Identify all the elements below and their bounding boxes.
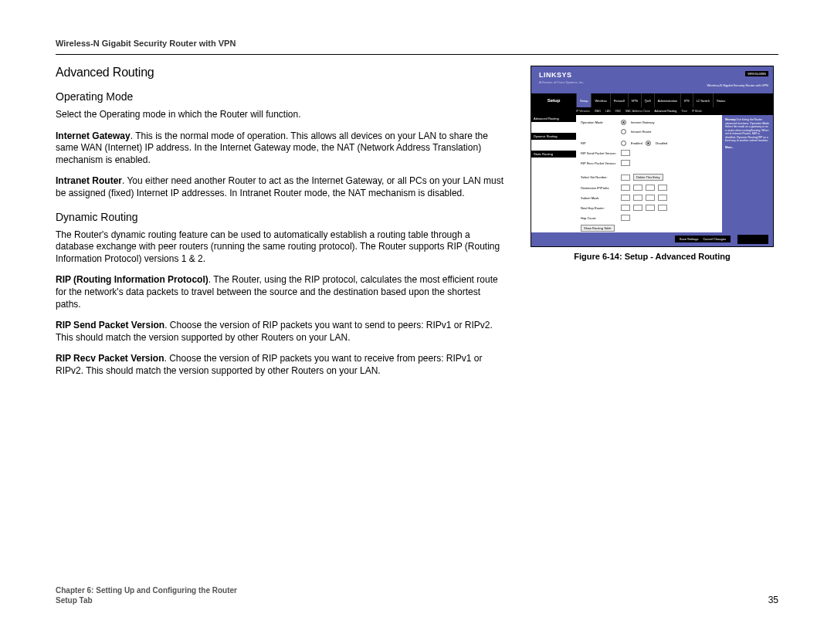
figure-dropdown — [621, 160, 630, 166]
figure-tab: Setup — [576, 93, 591, 107]
body-paragraph: RIP Recv Packet Version. Choose the vers… — [56, 353, 507, 377]
figure-subtab: LAN — [605, 110, 611, 113]
figure-option: Disabled — [656, 141, 668, 145]
figure-input — [658, 205, 667, 211]
figure-model-badge: WRVS4400N — [745, 71, 768, 76]
figure-header-product: Wireless-N Gigabit Security Router with … — [707, 83, 768, 87]
figure-tab: VPN — [628, 93, 641, 107]
figure-subtab: Time — [681, 110, 687, 113]
figure-tab: Firewall — [610, 93, 628, 107]
body-paragraph: RIP (Routing Information Protocol). The … — [56, 274, 507, 310]
radio-icon — [621, 129, 626, 134]
radio-icon — [621, 120, 626, 125]
body-paragraph: Internet Gateway. This is the normal mod… — [56, 130, 507, 167]
figure-footer-button: Cancel Changes — [703, 237, 726, 241]
body-text: . You either need another Router to act … — [56, 175, 503, 198]
figure-input — [633, 205, 642, 211]
figure-subtab: MAC Address Clone — [626, 110, 650, 113]
figure-tab: L2 Switch — [693, 93, 713, 107]
figure-input — [621, 195, 630, 201]
figure-row-label: RIP Recv Packet Version: — [581, 161, 618, 165]
term-rip: RIP (Routing Information Protocol) — [56, 274, 208, 285]
figure-input — [658, 195, 667, 201]
term-internet-gateway: Internet Gateway — [56, 130, 131, 141]
figure-input — [646, 205, 655, 211]
figure-input — [646, 185, 655, 191]
document-header-title: Wireless-N Gigabit Security Router with … — [56, 39, 778, 48]
linksys-logo: LINKSYS — [539, 71, 572, 79]
figure-input — [633, 185, 642, 191]
figure-tab: Administration — [654, 93, 680, 107]
figure-row-label: Operation Mode — [581, 120, 618, 124]
figure-dropdown — [621, 175, 630, 181]
term-intranet-router: Intranet Router — [56, 175, 122, 186]
figure-tab: QoS — [641, 93, 654, 107]
figure-subtab: WAN — [595, 110, 601, 113]
figure-row-label: Select Set Number: — [581, 175, 618, 179]
figure-footer-button: Save Settings — [680, 237, 699, 241]
figure-tab: Wireless — [591, 93, 609, 107]
radio-icon — [621, 141, 626, 146]
subsection-operating-mode: Operating Mode — [56, 90, 507, 103]
body-paragraph: Intranet Router. You either need another… — [56, 175, 507, 199]
figure-screenshot: LINKSYS A Division of Cisco Systems, Inc… — [531, 66, 774, 247]
figure-caption: Figure 6-14: Setup - Advanced Routing — [531, 252, 774, 261]
figure-option: Intranet Router — [631, 130, 652, 134]
figure-nav-item: Static Routing — [531, 151, 576, 158]
figure-row-label: RIP — [581, 141, 618, 145]
figure-row-label: Next Hop Router: — [581, 206, 618, 210]
radio-icon — [646, 141, 651, 146]
figure-help-text: Use listing the Router advanced function… — [725, 118, 769, 142]
figure-row-label: Destination IP/Prefix: — [581, 186, 618, 190]
figure-help-more: More... — [725, 146, 734, 149]
figure-tab: IPS — [680, 93, 692, 107]
section-title: Advanced Routing — [56, 66, 507, 80]
header-divider — [56, 54, 778, 55]
body-paragraph: RIP Send Packet Version. Choose the vers… — [56, 320, 507, 344]
figure-input — [633, 195, 642, 201]
footer-tab: Setup Tab — [56, 595, 237, 605]
figure-input — [621, 205, 630, 211]
figure-input — [646, 195, 655, 201]
linksys-logo-sub: A Division of Cisco Systems, Inc. — [539, 80, 584, 84]
figure-row-label: RIP Send Packet Version: — [581, 151, 618, 155]
figure-tab: Status — [713, 93, 728, 107]
term-rip-send: RIP Send Packet Version — [56, 320, 164, 330]
figure-subtab: IP Versions — [576, 110, 590, 113]
figure-button: Show Routing Table — [581, 225, 615, 232]
figure-subtab: DMZ — [615, 110, 622, 113]
figure-row-label: Subnet Mask: — [581, 196, 618, 200]
figure-input — [621, 185, 630, 191]
figure-option: Enabled — [631, 141, 642, 145]
cisco-logo-icon — [737, 235, 768, 244]
figure-button: Delete This Entry — [633, 174, 663, 181]
figure-nav-item: Dynamic Routing — [531, 133, 576, 140]
figure-help-title: Sitemap — [725, 118, 736, 121]
figure-subtab: IP Mode — [692, 110, 702, 113]
body-paragraph: The Router's dynamic routing feature can… — [56, 229, 507, 266]
figure-nav-item: Advanced Routing — [531, 115, 576, 122]
footer-chapter: Chapter 6: Setting Up and Configuring th… — [56, 585, 237, 595]
figure-input — [621, 215, 630, 221]
figure-subtab: Advanced Routing — [655, 110, 677, 113]
term-rip-recv: RIP Recv Packet Version — [56, 353, 164, 364]
figure-input — [658, 185, 667, 191]
figure-row-label: Hop Count: — [581, 216, 618, 220]
subsection-dynamic-routing: Dynamic Routing — [56, 211, 507, 223]
figure-dropdown — [621, 150, 630, 156]
body-paragraph: Select the Operating mode in which the R… — [56, 109, 507, 121]
figure-option: Internet Gateway — [631, 120, 654, 124]
figure-side-label: Setup — [531, 93, 576, 107]
page-number: 35 — [768, 595, 778, 605]
